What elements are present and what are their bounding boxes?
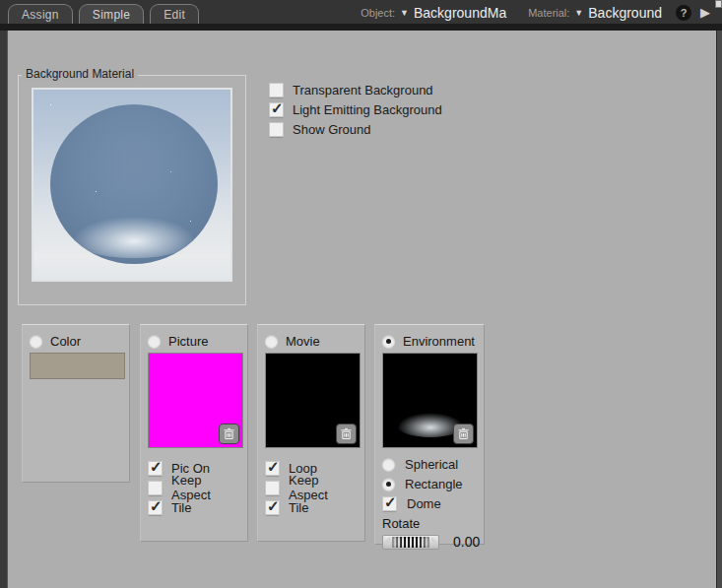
picture-radio[interactable]: [148, 335, 161, 348]
material-dropdown-caret-icon[interactable]: ▼: [574, 8, 583, 18]
light-emitting-background-label: Light Emitting Background: [293, 102, 442, 117]
movie-options: Loop Keep Aspect Tile: [265, 458, 359, 517]
loop-checkbox[interactable]: [265, 461, 280, 476]
show-ground-checkbox[interactable]: [269, 122, 284, 137]
color-source-option[interactable]: Color: [30, 332, 123, 350]
object-label: Object:: [361, 7, 395, 19]
environment-source-option[interactable]: Environment: [382, 332, 478, 350]
picture-label: Picture: [168, 334, 208, 349]
dome-checkbox[interactable]: [382, 496, 397, 511]
picture-keep-aspect-label: Keep Aspect: [171, 473, 241, 502]
movie-keep-aspect-checkbox[interactable]: [265, 481, 280, 495]
rotate-decrease-arrow-icon[interactable]: [385, 537, 390, 547]
show-ground-label: Show Ground: [293, 122, 371, 137]
rectangle-radio[interactable]: [382, 478, 395, 490]
help-icon[interactable]: ?: [676, 5, 691, 21]
object-dropdown-caret-icon[interactable]: ▼: [400, 8, 409, 18]
picture-source-option[interactable]: Picture: [148, 332, 241, 350]
rectangle-label: Rectangle: [405, 477, 463, 491]
option-show-ground[interactable]: Show Ground: [269, 119, 442, 139]
movie-card: Movie: [257, 324, 365, 542]
transparent-background-checkbox[interactable]: [269, 83, 284, 98]
picture-delete-button[interactable]: [219, 424, 239, 444]
environment-label: Environment: [403, 334, 475, 349]
environment-thumbnail[interactable]: [382, 353, 478, 448]
trash-icon: [340, 427, 353, 440]
material-editor-window: Assign Simple Edit Object: ▼ BackgroundM…: [0, 0, 722, 588]
light-emitting-background-checkbox[interactable]: [269, 102, 284, 117]
movie-radio[interactable]: [265, 335, 278, 348]
rotate-control: 0.00: [382, 534, 478, 550]
option-picture-keep-aspect[interactable]: Keep Aspect: [148, 478, 241, 497]
option-spherical[interactable]: Spherical: [382, 454, 478, 474]
background-material-group: Background Material: [18, 75, 246, 305]
picture-options: Pic On Keep Aspect Tile: [148, 458, 241, 517]
environment-delete-button[interactable]: [453, 424, 474, 444]
movie-keep-aspect-label: Keep Aspect: [289, 473, 359, 502]
dome-label: Dome: [407, 496, 441, 511]
picture-tile-label: Tile: [171, 500, 191, 515]
movie-label: Movie: [286, 334, 320, 349]
spherical-radio[interactable]: [382, 458, 395, 471]
group-title: Background Material: [22, 67, 138, 81]
material-label: Material:: [528, 7, 569, 19]
mode-tabs: Assign Simple Edit: [8, 4, 199, 24]
color-swatch[interactable]: [30, 353, 125, 379]
thumbwheel-icon[interactable]: [392, 537, 429, 548]
expand-arrow-icon[interactable]: ▶: [700, 5, 710, 20]
picture-keep-aspect-checkbox[interactable]: [148, 481, 163, 495]
rotate-value: 0.00: [453, 534, 480, 550]
movie-tile-checkbox[interactable]: [265, 500, 280, 515]
movie-delete-button[interactable]: [336, 424, 357, 444]
option-light-emitting-background[interactable]: Light Emitting Background: [269, 99, 442, 119]
rotate-thumbwheel[interactable]: [382, 535, 439, 550]
material-value[interactable]: Background: [588, 5, 662, 21]
context-selectors: Object: ▼ BackgroundMa Material: ▼ Backg…: [361, 0, 710, 25]
tab-simple[interactable]: Simple: [79, 4, 144, 24]
rotate-label: Rotate: [382, 516, 478, 531]
trash-icon: [223, 427, 235, 440]
movie-tile-label: Tile: [289, 500, 308, 515]
object-value[interactable]: BackgroundMa: [414, 5, 506, 21]
environment-card: Environment: [374, 324, 485, 545]
rotate-increase-arrow-icon[interactable]: [431, 537, 436, 547]
movie-thumbnail[interactable]: [265, 353, 361, 448]
option-rectangle[interactable]: Rectangle: [382, 474, 478, 493]
window-frame-left: [0, 31, 8, 588]
tab-edit[interactable]: Edit: [150, 4, 199, 24]
corner-widget[interactable]: [715, 0, 722, 8]
option-dome[interactable]: Dome: [382, 493, 478, 513]
top-toolbar: Assign Simple Edit Object: ▼ BackgroundM…: [0, 0, 722, 31]
pic-on-checkbox[interactable]: [148, 461, 163, 476]
trash-icon: [457, 427, 470, 440]
environment-options: Spherical Rectangle Dome: [382, 454, 478, 513]
preview-sphere: [50, 104, 218, 264]
movie-source-option[interactable]: Movie: [265, 332, 359, 350]
material-preview-image: [32, 88, 232, 282]
option-transparent-background[interactable]: Transparent Background: [269, 80, 442, 99]
simple-material-panel: Background Material Transparent Backgrou…: [8, 31, 716, 588]
background-options: Transparent Background Light Emitting Ba…: [269, 80, 442, 139]
window-frame-right: [716, 31, 722, 588]
color-radio[interactable]: [30, 335, 42, 348]
tab-assign[interactable]: Assign: [8, 4, 73, 24]
picture-tile-checkbox[interactable]: [148, 500, 163, 515]
transparent-background-label: Transparent Background: [293, 83, 433, 98]
picture-thumbnail[interactable]: [148, 353, 243, 448]
color-label: Color: [50, 334, 81, 349]
picture-card: Picture: [140, 324, 248, 542]
color-card: Color: [22, 324, 130, 483]
environment-radio[interactable]: [382, 335, 395, 348]
spherical-label: Spherical: [405, 457, 458, 472]
option-movie-keep-aspect[interactable]: Keep Aspect: [265, 478, 359, 497]
